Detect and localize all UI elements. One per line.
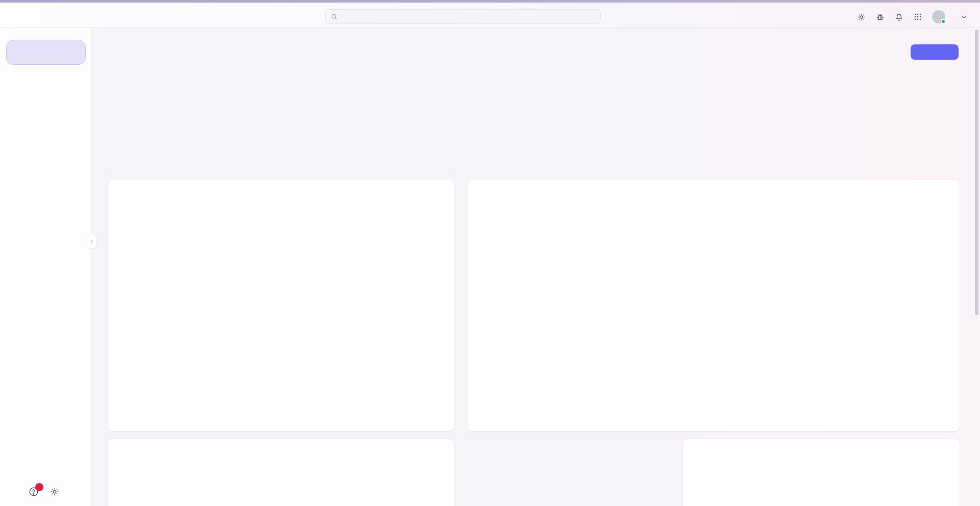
account-chevron-down-icon[interactable]: [961, 12, 967, 21]
sidebar-settings-icon[interactable]: [50, 487, 59, 496]
search-input[interactable]: [341, 13, 595, 20]
help-button[interactable]: [29, 487, 39, 497]
topbar-actions: [856, 9, 967, 24]
add-widget-button[interactable]: [911, 44, 959, 60]
search-icon: [331, 13, 338, 20]
pipeline-chart-card: [108, 179, 454, 432]
notifications-bell-icon[interactable]: [894, 12, 903, 21]
top-bar: [0, 3, 980, 28]
calendar-card: [467, 179, 960, 432]
apps-grid-icon[interactable]: [913, 12, 922, 21]
sidebar-collapse-handle[interactable]: ‹: [87, 234, 96, 249]
settings-icon[interactable]: [856, 12, 866, 21]
user-avatar[interactable]: [932, 10, 945, 23]
sidebar-footer: [0, 483, 92, 501]
bug-report-icon[interactable]: [875, 12, 885, 21]
page-scrollbar-thumb[interactable]: [975, 30, 978, 315]
global-search[interactable]: [325, 9, 601, 24]
app-root: ‹: [0, 0, 980, 506]
sidebar: [0, 28, 92, 506]
activities-card: [108, 439, 454, 506]
pracuj-cta-button[interactable]: [6, 40, 86, 65]
online-status-dot: [941, 19, 946, 24]
app-logo[interactable]: [17, 9, 18, 22]
briefing-card: [682, 439, 960, 506]
help-badge: [35, 483, 43, 491]
